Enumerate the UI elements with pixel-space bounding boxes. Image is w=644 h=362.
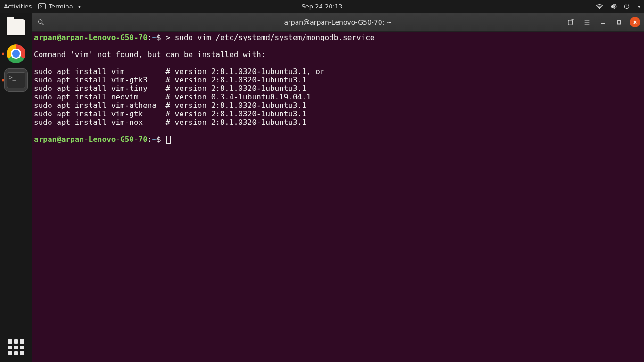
minimize-icon [601, 20, 605, 25]
window-title: arpan@arpan-Lenovo-G50-70: ~ [284, 18, 392, 26]
minimize-button[interactable] [598, 17, 608, 27]
clock[interactable]: Sep 24 20:13 [302, 3, 343, 10]
search-icon [37, 18, 45, 26]
new-tab-icon [567, 18, 575, 26]
power-icon [623, 3, 630, 10]
close-button[interactable] [630, 17, 640, 27]
search-button[interactable] [36, 17, 46, 27]
close-icon [633, 20, 637, 25]
svg-rect-2 [568, 20, 572, 25]
chrome-icon [7, 44, 25, 63]
prompt-user-host: arpan@arpan-Lenovo-G50-70 [34, 33, 148, 42]
terminal-body[interactable]: arpan@arpan-Lenovo-G50-70:~$ > sudo vim … [32, 32, 644, 362]
prompt-user-host: arpan@arpan-Lenovo-G50-70 [34, 135, 148, 144]
system-status-area[interactable]: ▾ [596, 3, 640, 10]
show-applications-button[interactable] [8, 339, 24, 355]
app-menu[interactable]: >_ Terminal ▾ [38, 3, 80, 10]
maximize-button[interactable] [614, 17, 624, 27]
window-titlebar[interactable]: arpan@arpan-Lenovo-G50-70: ~ [32, 13, 644, 32]
running-indicator [2, 53, 4, 55]
dock-item-chrome[interactable] [4, 42, 28, 66]
terminal-icon: >_ [38, 3, 46, 9]
activities-button[interactable]: Activities [4, 3, 32, 10]
new-tab-button[interactable] [566, 17, 576, 27]
chevron-down-icon: ▾ [638, 4, 640, 9]
volume-icon [610, 3, 617, 10]
svg-rect-9 [618, 20, 621, 24]
terminal-icon: >_ [7, 72, 25, 88]
chevron-down-icon: ▾ [78, 4, 81, 9]
prompt-path: ~ [152, 135, 157, 144]
prompt-symbol: $ [157, 33, 161, 42]
svg-point-0 [39, 19, 42, 23]
svg-line-1 [42, 23, 44, 25]
terminal-window: arpan@arpan-Lenovo-G50-70: ~ arpan@arpan… [32, 13, 644, 362]
hamburger-icon [583, 18, 591, 26]
command-text: > sudo vim /etc/systemd/system/mongodb.s… [165, 33, 374, 42]
prompt-symbol: $ [157, 135, 161, 144]
dock: >_ [0, 13, 32, 362]
prompt-path: ~ [152, 33, 157, 42]
cursor [166, 136, 171, 144]
dock-item-terminal[interactable]: >_ [4, 68, 28, 92]
gnome-top-panel: Activities >_ Terminal ▾ Sep 24 20:13 ▾ [0, 0, 644, 13]
menu-button[interactable] [582, 17, 592, 27]
wifi-icon [596, 3, 603, 10]
command-output: Command 'vim' not found, but can be inst… [34, 50, 325, 127]
files-icon [7, 19, 25, 35]
app-menu-label: Terminal [49, 3, 74, 10]
maximize-icon [617, 20, 621, 25]
running-indicator [2, 79, 4, 82]
dock-item-files[interactable] [4, 16, 28, 39]
